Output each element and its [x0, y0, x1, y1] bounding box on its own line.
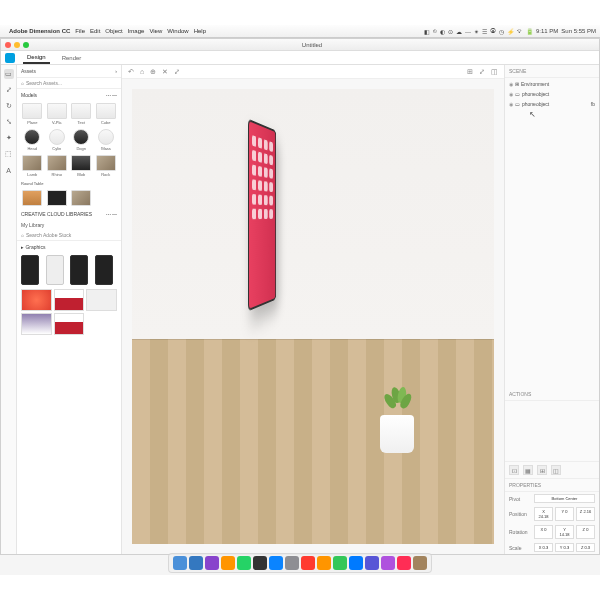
pivot-select[interactable]: Bottom Center [534, 494, 595, 503]
grid-icon[interactable]: ⊞ [467, 68, 473, 76]
asset-plane[interactable]: Plane [21, 103, 44, 125]
wifi-icon[interactable]: ᯤ [517, 28, 523, 34]
asset-image[interactable] [21, 190, 44, 206]
search-stock[interactable]: ⌕ Search Adobe Stock [17, 230, 121, 241]
pan-icon[interactable]: ⤢ [174, 68, 180, 76]
asset-blob[interactable]: Blob [70, 155, 93, 177]
search-assets[interactable]: ⌕ Search Assets... [17, 78, 121, 89]
graphic-phone[interactable] [21, 255, 39, 285]
asset-text[interactable]: Text [70, 103, 93, 125]
section-graphics[interactable]: ▸ Graphics [17, 241, 121, 253]
status-icon[interactable]: ⦿ [490, 28, 496, 34]
scene-phone1[interactable]: ◉▭phoneobject [509, 90, 595, 98]
status-icon[interactable]: ⊙ [448, 28, 453, 35]
viewport[interactable] [122, 79, 504, 554]
dock-app-icon[interactable] [189, 556, 203, 570]
dock-app-icon[interactable] [237, 556, 251, 570]
section-cc-libs[interactable]: CREATIVE CLOUD LIBRARIES⋯ — [17, 208, 121, 220]
dock-app-icon[interactable] [317, 556, 331, 570]
clock[interactable]: 9:11 PM [536, 28, 558, 34]
status-icon[interactable]: ⋯ [465, 28, 471, 35]
asset-lamb[interactable]: Lamb [21, 155, 44, 177]
scale-tool[interactable]: ⤡ [4, 117, 14, 127]
split-icon[interactable]: ◫ [491, 68, 498, 76]
graphic-phone[interactable] [95, 255, 113, 285]
date[interactable]: Sun 5:55 PM [561, 28, 596, 34]
asset-head[interactable]: Head [21, 129, 44, 151]
asset-cylinder[interactable]: Cylin [46, 129, 69, 151]
dock-app-icon[interactable] [221, 556, 235, 570]
tab-design[interactable]: Design [23, 52, 50, 64]
expand-icon[interactable]: ⤢ [479, 68, 485, 76]
pos-x[interactable]: X 24.18 [534, 507, 553, 521]
section-models[interactable]: Models⋯ — [17, 89, 121, 101]
scene-env[interactable]: ◉⊞Environment [509, 80, 595, 88]
dock-app-icon[interactable] [253, 556, 267, 570]
asset-glass[interactable]: Glass [95, 129, 118, 151]
dock-app-icon[interactable] [333, 556, 347, 570]
chevron-icon[interactable]: › [115, 68, 117, 74]
sampler-tool[interactable]: ⬚ [4, 149, 14, 159]
dock-app-icon[interactable] [173, 556, 187, 570]
scale-y[interactable]: Y 0.3 [555, 543, 574, 552]
graphic-thumb[interactable] [54, 313, 85, 335]
dock-app-icon[interactable] [349, 556, 363, 570]
graphic-thumb[interactable] [21, 313, 52, 335]
graphic-thumb[interactable] [54, 289, 85, 311]
rotate-tool[interactable]: ↻ [4, 101, 14, 111]
home-icon[interactable]: ⌂ [140, 68, 144, 75]
status-icon[interactable]: ☁ [456, 28, 462, 35]
scale-z[interactable]: Z 0.3 [576, 543, 595, 552]
battery-icon[interactable]: 🔋 [526, 28, 533, 35]
dock-app-icon[interactable] [301, 556, 315, 570]
dock-app-icon[interactable] [269, 556, 283, 570]
eye-icon[interactable]: ◉ [509, 81, 513, 87]
dock-app-icon[interactable] [365, 556, 379, 570]
rot-z[interactable]: Z 0 [576, 525, 595, 539]
asset-round-table[interactable]: Round Table [17, 179, 121, 188]
asset-rhino[interactable]: Rhino [46, 155, 69, 177]
menu-file[interactable]: File [75, 28, 85, 34]
asset-donut[interactable]: Dogn [70, 129, 93, 151]
asset-cube[interactable]: Cube [95, 103, 118, 125]
rot-x[interactable]: X 0 [534, 525, 553, 539]
text-tool[interactable]: A [4, 165, 14, 175]
asset-rock[interactable]: Rock [95, 155, 118, 177]
magic-tool[interactable]: ✦ [4, 133, 14, 143]
dock-app-icon[interactable] [381, 556, 395, 570]
asset-image[interactable] [70, 190, 93, 206]
action-btn[interactable]: ⊞ [537, 465, 547, 475]
dock-app-icon[interactable] [205, 556, 219, 570]
menu-window[interactable]: Window [167, 28, 188, 34]
status-icon[interactable]: ◐ [440, 28, 445, 35]
pos-y[interactable]: Y 0 [555, 507, 574, 521]
asset-vplane[interactable]: V-Pla [46, 103, 69, 125]
status-icon[interactable]: ◷ [499, 28, 504, 35]
select-tool[interactable]: ▭ [4, 69, 14, 79]
close-button[interactable] [5, 42, 11, 48]
rot-y[interactable]: Y 14.18 [555, 525, 574, 539]
graphic-thumb[interactable] [21, 289, 52, 311]
graphic-phone[interactable] [70, 255, 88, 285]
status-icon[interactable]: ✴ [474, 28, 479, 35]
dock-app-icon[interactable] [397, 556, 411, 570]
phone-object[interactable] [248, 119, 276, 312]
status-icon[interactable]: ⎋ [433, 28, 437, 34]
scene-phone2[interactable]: ◉▭phoneobjectfb [509, 100, 595, 108]
app-logo-icon[interactable] [5, 53, 15, 63]
library-selector[interactable]: My Library [17, 220, 121, 230]
action-btn[interactable]: ◫ [551, 465, 561, 475]
eye-icon[interactable]: ◉ [509, 91, 513, 97]
menu-image[interactable]: Image [128, 28, 145, 34]
app-name[interactable]: Adobe Dimension CC [9, 28, 70, 34]
action-btn[interactable]: ⊡ [509, 465, 519, 475]
action-btn[interactable]: ▦ [523, 465, 533, 475]
battery-icon[interactable]: ⚡ [507, 28, 514, 35]
eye-icon[interactable]: ◉ [509, 101, 513, 107]
scale-x[interactable]: X 0.3 [534, 543, 553, 552]
undo-icon[interactable]: ↶ [128, 68, 134, 76]
status-icon[interactable]: ◧ [424, 28, 430, 35]
menu-edit[interactable]: Edit [90, 28, 100, 34]
add-icon[interactable]: ⊕ [150, 68, 156, 76]
menu-view[interactable]: View [149, 28, 162, 34]
